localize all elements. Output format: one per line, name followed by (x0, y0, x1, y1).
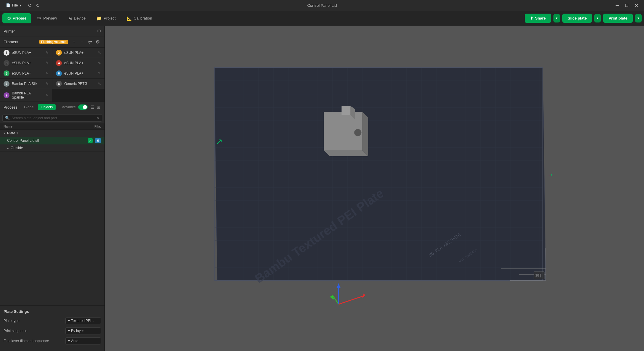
plate-type-text: Textured PEI... (71, 319, 94, 323)
filament-item-5[interactable]: 5 eSUN PLA+ ✎ (0, 68, 52, 78)
setting-first-layer: First layer filament sequence ▾ Auto (4, 337, 101, 344)
object-checkbox[interactable]: ✓ (88, 138, 93, 143)
print-sequence-value[interactable]: ▾ By layer (65, 327, 101, 334)
tab-project[interactable]: 📁 Project (91, 13, 120, 23)
filament-item-6[interactable]: 6 eSUN PLA+ ✎ (52, 68, 104, 78)
object-row-control-panel[interactable]: Control Panel Lid.stl ✓ 6 (0, 137, 104, 144)
advance-toggle[interactable] (78, 104, 88, 110)
plate-type-value[interactable]: ▾ Textured PEI... (65, 317, 101, 324)
undo-redo-group: ↺ ↻ (26, 1, 41, 9)
filament-num-1: 1 (4, 50, 9, 56)
filament-edit-icon-2[interactable]: ✎ (98, 51, 101, 55)
filament-num-9: 9 (4, 92, 9, 98)
tab-calibration[interactable]: 📐 Calibration (122, 13, 157, 23)
filament-name-9: Bambu PLA Sparkle (12, 91, 43, 99)
plate-1-row[interactable]: ▾ Plate 1 (0, 130, 104, 137)
process-list-icon[interactable]: ☰ (90, 104, 95, 110)
slice-label: Slice plate (568, 16, 587, 20)
tab-device[interactable]: 🖨 Device (63, 13, 91, 23)
search-icon: 🔍 (5, 116, 10, 120)
main-toolbar: ⚙ Prepare 👁 Preview 🖨 Device 📁 Project 📐… (0, 11, 644, 26)
filament-item-9[interactable]: 9 Bambu PLA Sparkle ✎ (0, 89, 52, 102)
printer-settings-icon[interactable]: ⚙ (97, 28, 101, 34)
add-filament-button[interactable]: ＋ (70, 38, 78, 46)
filament-item-1[interactable]: 1 eSUN PLA+ ✎ (0, 48, 52, 58)
filament-item-3[interactable]: 3 eSUN PLA+ ✎ (0, 58, 52, 68)
search-bar: 🔍 ✕ (2, 114, 102, 122)
print-dropdown[interactable]: ▾ (635, 14, 642, 22)
bed-svg: 10| Bambu Textured PEI Plate HG PLA ABS/… (105, 26, 644, 351)
maximize-button[interactable]: □ (623, 1, 631, 9)
undo-button[interactable]: ↺ (26, 1, 33, 9)
close-button[interactable]: ✕ (632, 1, 640, 9)
printer-section: Printer ⚙ (0, 26, 104, 36)
flushing-badge[interactable]: Flushing volumes (39, 40, 68, 44)
file-menu[interactable]: 📄 File ▾ (4, 2, 24, 9)
process-label: Process (4, 105, 17, 110)
filament-num-5: 5 (4, 70, 9, 76)
filament-num-4: 4 (56, 60, 62, 66)
first-layer-value[interactable]: ▾ Auto (65, 337, 101, 344)
filament-name-8: Generic PETG (64, 82, 96, 86)
redo-button[interactable]: ↻ (34, 1, 41, 9)
filament-item-2[interactable]: 2 eSUN PLA+ ✎ (52, 48, 104, 58)
filament-name-7: Bambu PLA Silk (12, 82, 43, 86)
svg-marker-48 (362, 112, 368, 156)
first-layer-arrow: ▾ (68, 339, 70, 343)
filament-sync-button[interactable]: ⇄ (87, 38, 93, 46)
filament-item-8[interactable]: 8 Generic PETG ✎ (52, 79, 104, 89)
calibration-icon: 📐 (126, 16, 132, 21)
tab-preview[interactable]: 👁 Preview (32, 13, 62, 23)
filament-name-3: eSUN PLA+ (12, 61, 43, 65)
share-dropdown[interactable]: ▾ (553, 14, 560, 22)
filament-num-6: 6 (56, 70, 62, 76)
title-bar: 📄 File ▾ ↺ ↻ Control Panel Lid ─ □ ✕ (0, 0, 644, 11)
filament-name-5: eSUN PLA+ (12, 71, 43, 75)
3d-viewport[interactable]: ⬛ ⊞ ↺ ▦ ✥ ⊡ ⟳ ⊕ ✂ ⊿ 🎨 📏 ✕ ⊡ 📷 ◉ (105, 26, 644, 351)
filament-edit-icon-1[interactable]: ✎ (46, 51, 49, 55)
share-icon: ⬆ (530, 16, 533, 20)
minimize-button[interactable]: ─ (613, 1, 622, 9)
svg-marker-49 (324, 150, 368, 156)
slice-dropdown[interactable]: ▾ (594, 14, 601, 22)
filament-edit-icon-9[interactable]: ✎ (46, 93, 49, 97)
filament-edit-icon-8[interactable]: ✎ (98, 82, 101, 86)
slice-button[interactable]: Slice plate (562, 14, 592, 23)
filament-name-2: eSUN PLA+ (64, 51, 96, 55)
filament-settings-button[interactable]: ⚙ (94, 38, 101, 46)
calibration-label: Calibration (134, 16, 152, 20)
filament-edit-icon-3[interactable]: ✎ (46, 61, 49, 65)
tab-prepare[interactable]: ⚙ Prepare (2, 13, 31, 23)
tab-objects[interactable]: Objects (38, 104, 56, 110)
setting-print-sequence: Print sequence ▾ By layer (4, 327, 101, 334)
col-fila: Fila. (94, 125, 101, 128)
remove-filament-button[interactable]: － (79, 38, 86, 46)
tab-global[interactable]: Global (21, 104, 37, 110)
object-list-header: Name Fila. (0, 123, 104, 130)
print-sequence-arrow: ▾ (68, 329, 70, 333)
title-bar-left: 📄 File ▾ ↺ ↻ (4, 1, 41, 9)
object-list: ▾ Plate 1 Control Panel Lid.stl ✓ 6 ▸ Ou… (0, 130, 104, 152)
print-sequence-text: By layer (71, 329, 84, 333)
device-icon: 🖨 (68, 16, 72, 21)
file-icon: 📄 (6, 3, 10, 7)
setting-plate-type: Plate type ▾ Textured PEI... (4, 317, 101, 324)
filament-name-6: eSUN PLA+ (64, 71, 96, 75)
filament-actions: ＋ － ⇄ ⚙ (70, 38, 101, 46)
outside-row[interactable]: ▸ Outside (0, 144, 104, 152)
preview-label: Preview (43, 16, 57, 20)
filament-edit-icon-4[interactable]: ✎ (98, 61, 101, 65)
filament-item-7[interactable]: 7 Bambu PLA Silk ✎ (0, 79, 52, 89)
filament-num-3: 3 (4, 60, 9, 66)
process-grid-icon[interactable]: ⊞ (96, 104, 101, 110)
filament-edit-icon-6[interactable]: ✎ (98, 71, 101, 75)
first-layer-text: Auto (71, 339, 78, 343)
filament-item-4[interactable]: 4 eSUN PLA+ ✎ (52, 58, 104, 68)
search-input[interactable] (12, 116, 94, 120)
print-button[interactable]: Print plate (603, 14, 633, 23)
search-clear-icon[interactable]: ✕ (96, 116, 99, 120)
filament-edit-icon-7[interactable]: ✎ (46, 82, 49, 86)
filament-edit-icon-5[interactable]: ✎ (46, 71, 49, 75)
object-name-label: Control Panel Lid.stl (7, 139, 86, 143)
share-button[interactable]: ⬆ Share (525, 14, 551, 23)
